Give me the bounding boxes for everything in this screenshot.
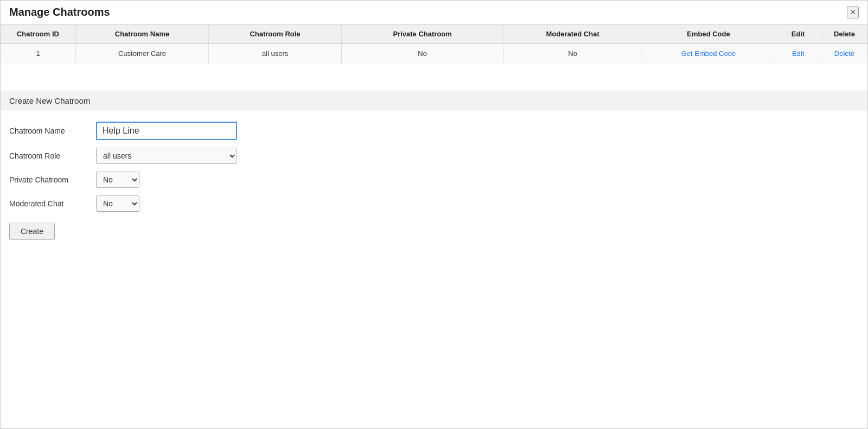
private-chatroom-label: Private Chatroom <box>9 175 96 184</box>
cell-embed-code: Get Embed Code <box>642 44 775 64</box>
create-form: Chatroom Name Chatroom Role all users ad… <box>1 111 867 251</box>
cell-chatroom-role: all users <box>209 44 342 64</box>
moderated-chat-label: Moderated Chat <box>9 199 96 208</box>
cell-edit: Edit <box>775 44 821 64</box>
chatrooms-table-container: Chatroom ID Chatroom Name Chatroom Role … <box>1 24 867 69</box>
get-embed-code-link[interactable]: Get Embed Code <box>681 49 736 58</box>
create-section-title: Create New Chatroom <box>9 96 90 105</box>
cell-chatroom-name: Customer Care <box>75 44 208 64</box>
window-title: Manage Chatrooms <box>9 6 110 18</box>
chatroom-role-label: Chatroom Role <box>9 152 96 160</box>
private-chatroom-row: Private Chatroom No Yes <box>9 172 859 188</box>
chatroom-name-label: Chatroom Name <box>9 127 96 135</box>
col-header-moderated-chat: Moderated Chat <box>503 24 642 44</box>
chatrooms-table: Chatroom ID Chatroom Name Chatroom Role … <box>1 24 867 64</box>
chatroom-name-input[interactable] <box>96 122 237 140</box>
chatroom-role-select[interactable]: all users admin moderator member <box>96 148 237 164</box>
edit-link[interactable]: Edit <box>792 49 804 58</box>
moderated-chat-row: Moderated Chat No Yes <box>9 195 859 212</box>
cell-delete: Delete <box>821 44 867 64</box>
close-button[interactable]: ✕ <box>847 7 859 18</box>
cell-chatroom-id: 1 <box>1 44 75 64</box>
col-header-edit: Edit <box>775 24 821 44</box>
col-header-chatroom-role: Chatroom Role <box>209 24 342 44</box>
table-row: 1 Customer Care all users No No Get Embe… <box>1 44 867 64</box>
title-bar: Manage Chatrooms ✕ <box>1 1 867 24</box>
delete-link[interactable]: Delete <box>834 49 855 58</box>
cell-moderated-chat: No <box>503 44 642 64</box>
col-header-chatroom-name: Chatroom Name <box>75 24 208 44</box>
private-chatroom-select[interactable]: No Yes <box>96 172 139 188</box>
col-header-delete: Delete <box>821 24 867 44</box>
create-button[interactable]: Create <box>9 223 55 240</box>
manage-chatrooms-window: Manage Chatrooms ✕ Chatroom ID Chatroom … <box>0 0 868 429</box>
cell-private-chatroom: No <box>342 44 503 64</box>
col-header-embed-code: Embed Code <box>642 24 775 44</box>
chatroom-name-row: Chatroom Name <box>9 122 859 140</box>
table-header-row: Chatroom ID Chatroom Name Chatroom Role … <box>1 24 867 44</box>
chatroom-role-row: Chatroom Role all users admin moderator … <box>9 148 859 164</box>
col-header-chatroom-id: Chatroom ID <box>1 24 75 44</box>
col-header-private-chatroom: Private Chatroom <box>342 24 503 44</box>
moderated-chat-select[interactable]: No Yes <box>96 195 139 212</box>
create-section-header: Create New Chatroom <box>1 91 867 111</box>
